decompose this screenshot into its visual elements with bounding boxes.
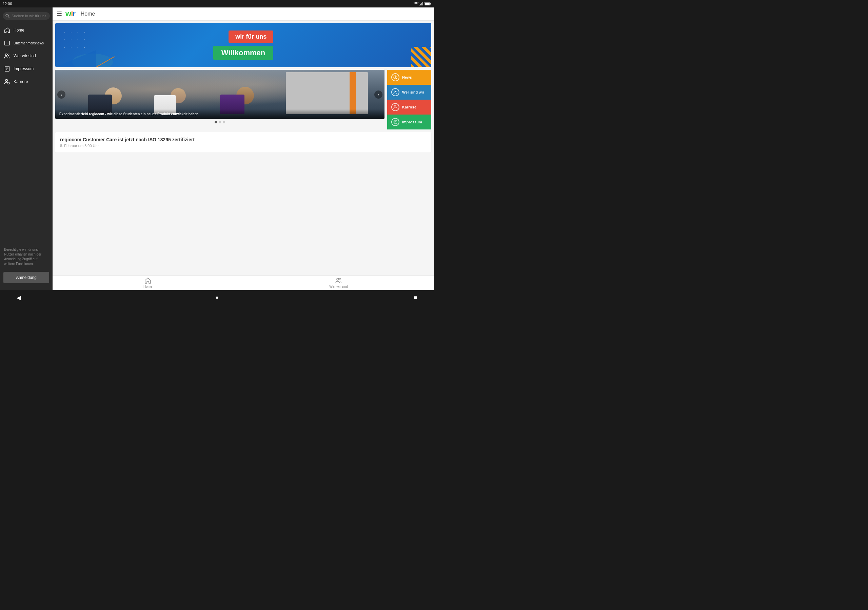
android-nav: ◀ ● ■: [0, 290, 434, 305]
svg-line-8: [8, 17, 9, 18]
side-btn-karriere[interactable]: Karriere: [387, 100, 431, 115]
logo-w: w: [65, 9, 71, 18]
bottom-nav-home[interactable]: Home: [53, 276, 243, 290]
svg-point-37: [339, 279, 341, 280]
svg-rect-1: [420, 4, 421, 5]
hero-dots-pattern: · · · ·· · · ·· · · ·: [64, 28, 91, 51]
search-box[interactable]: [3, 12, 50, 20]
newspaper-icon: [4, 40, 10, 46]
carousel-dot-3[interactable]: [223, 121, 225, 123]
svg-point-20: [8, 82, 9, 84]
content-area: · · · ·· · · ·· · · · wir für uns Willko…: [53, 20, 434, 275]
building-orange-stripe: [350, 72, 356, 114]
wir-logo: wir: [65, 9, 75, 18]
home-button[interactable]: ●: [212, 293, 222, 303]
side-btn-impressum[interactable]: Impressum: [387, 115, 431, 130]
carousel-dot-1[interactable]: [215, 121, 217, 123]
karriere-icon: [391, 103, 400, 111]
back-button[interactable]: ◀: [14, 293, 24, 303]
sidebar: Home Unternehmensnews Wer wir sind: [0, 8, 53, 290]
people-icon: [4, 53, 10, 59]
carousel-dots: [55, 121, 384, 123]
svg-rect-0: [419, 5, 420, 5]
bottom-home-icon: [144, 277, 151, 284]
svg-point-19: [5, 79, 8, 81]
carousel-caption-text: Experimentierfeld regiocom - wie diese S…: [59, 112, 374, 116]
impressum-icon-svg: [393, 120, 397, 124]
status-icons: [414, 2, 431, 5]
svg-rect-5: [431, 3, 431, 5]
status-time: 12:00: [3, 2, 12, 6]
hero-badge-green: Willkommen: [213, 46, 273, 60]
hero-triangle: [55, 50, 96, 67]
person-gear-icon: [4, 79, 10, 85]
wifi-icon: [414, 2, 418, 5]
main-content: ☰ wir Home · · · ·· · · ·· · · · wir für…: [53, 8, 434, 290]
login-button[interactable]: Anmeldung: [3, 272, 49, 283]
news-icon: [391, 73, 400, 81]
home-icon: [4, 27, 10, 33]
recent-button[interactable]: ■: [410, 293, 420, 303]
svg-point-27: [395, 76, 396, 77]
bottom-nav-wer-label: Wer wir sind: [329, 285, 348, 288]
carousel-prev-button[interactable]: ‹: [57, 90, 65, 99]
impressum-icon: [391, 118, 400, 126]
svg-rect-3: [423, 2, 423, 5]
svg-point-31: [396, 108, 397, 109]
svg-point-14: [8, 54, 9, 56]
svg-point-28: [394, 91, 396, 92]
signal-icon: [419, 2, 423, 5]
svg-rect-6: [425, 3, 429, 5]
wer-sind-wir-icon: [391, 88, 400, 96]
article-date: 8. Februar um 8:00 Uhr: [60, 144, 426, 148]
side-buttons: News Wer sind wir: [387, 70, 431, 130]
side-btn-news[interactable]: News: [387, 70, 431, 85]
top-bar: ☰ wir Home: [53, 8, 434, 20]
hamburger-icon[interactable]: ☰: [57, 10, 62, 18]
svg-point-29: [396, 91, 397, 92]
sidebar-item-impressum[interactable]: Impressum: [0, 62, 53, 75]
sidebar-item-wer-wir-sind[interactable]: Wer wir sind: [0, 50, 53, 62]
hero-badges: wir für uns Willkommen: [213, 31, 273, 60]
bottom-nav: Home Wer wir sind: [53, 275, 434, 290]
search-input[interactable]: [11, 14, 47, 18]
hero-dashes: [411, 47, 431, 67]
sidebar-item-karriere[interactable]: Karriere: [0, 75, 53, 88]
document-icon: [4, 66, 10, 72]
bottom-nav-wer-wir-sind[interactable]: Wer wir sind: [243, 276, 434, 290]
bottom-nav-home-label: Home: [143, 285, 153, 288]
battery-icon: [425, 2, 431, 5]
svg-point-30: [394, 106, 396, 107]
carousel-dot-2[interactable]: [219, 121, 221, 123]
hero-badge-red: wir für uns: [228, 31, 273, 43]
sidebar-item-home[interactable]: Home: [0, 24, 53, 37]
carousel-wrapper: Experimentierfeld regiocom - wie diese S…: [55, 70, 384, 130]
carousel-caption: Experimentierfeld regiocom - wie diese S…: [55, 109, 384, 119]
svg-point-13: [5, 54, 7, 56]
svg-point-36: [337, 278, 339, 280]
sidebar-item-unternehmensnews[interactable]: Unternehmensnews: [0, 37, 53, 50]
article-title: regiocom Customer Care ist jetzt nach IS…: [60, 137, 426, 142]
middle-row: Experimentierfeld regiocom - wie diese S…: [55, 70, 431, 130]
carousel-next-button[interactable]: ›: [374, 90, 383, 99]
building: [286, 72, 368, 114]
status-bar: 12:00: [0, 0, 434, 8]
svg-rect-2: [422, 3, 422, 5]
carousel: Experimentierfeld regiocom - wie diese S…: [55, 70, 384, 119]
bottom-people-icon: [335, 277, 342, 284]
logo-r: r: [73, 9, 75, 18]
article-card[interactable]: regiocom Customer Care ist jetzt nach IS…: [55, 132, 431, 153]
info-icon-svg: [393, 75, 397, 79]
people-icon-svg: [393, 90, 397, 94]
sidebar-info: Berechtigte wir für uns-Nutzer erhalten …: [4, 248, 48, 266]
hero-banner: · · · ·· · · ·· · · · wir für uns Willko…: [55, 23, 431, 67]
karriere-icon-svg: [393, 105, 397, 109]
side-btn-wer-sind-wir[interactable]: Wer sind wir: [387, 85, 431, 100]
search-icon: [5, 14, 9, 18]
page-title: Home: [81, 11, 95, 17]
